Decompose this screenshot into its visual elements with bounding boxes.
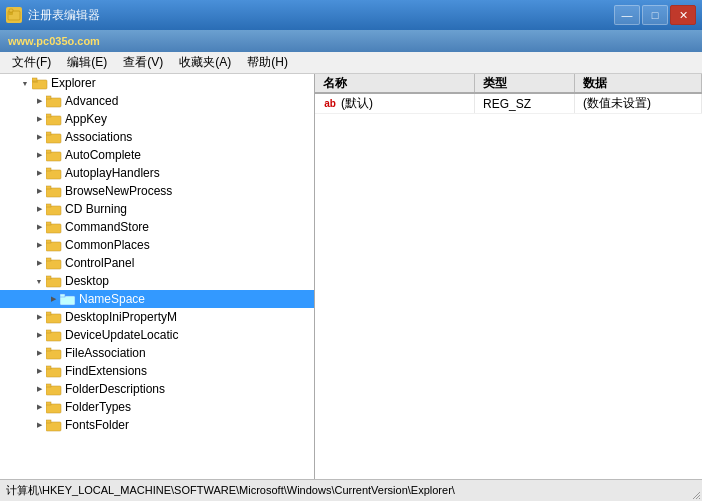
tree-item-associations[interactable]: Associations <box>0 128 314 146</box>
tree-label-autoplayhandlers: AutoplayHandlers <box>65 166 160 180</box>
svg-rect-24 <box>46 260 61 269</box>
tree-item-deviceupdatelocatic[interactable]: DeviceUpdateLocatic <box>0 326 314 344</box>
tree-pane: Explorer Advanced AppKey <box>0 74 315 479</box>
folder-icon-foldertypes <box>46 401 62 414</box>
svg-rect-16 <box>46 188 61 197</box>
detail-row[interactable]: ab (默认) REG_SZ (数值未设置) <box>315 94 702 114</box>
col-header-name: 名称 <box>315 74 475 92</box>
maximize-button[interactable]: □ <box>642 5 668 25</box>
expand-findextensions[interactable] <box>32 364 46 378</box>
expand-desktopinipropertym[interactable] <box>32 310 46 324</box>
expand-autocomplete[interactable] <box>32 148 46 162</box>
menu-bar: 文件(F) 编辑(E) 查看(V) 收藏夹(A) 帮助(H) <box>0 52 702 74</box>
expand-fontsfolder[interactable] <box>32 418 46 432</box>
folder-icon-appkey <box>46 113 62 126</box>
folder-icon-folderdescriptions <box>46 383 62 396</box>
tree-label-desktop: Desktop <box>65 274 109 288</box>
tree-item-folderdescriptions[interactable]: FolderDescriptions <box>0 380 314 398</box>
svg-rect-25 <box>46 258 51 261</box>
tree-item-appkey[interactable]: AppKey <box>0 110 314 128</box>
svg-rect-28 <box>60 296 75 305</box>
expand-desktop[interactable] <box>32 274 46 288</box>
detail-header: 名称 类型 数据 <box>315 74 702 94</box>
menu-help[interactable]: 帮助(H) <box>239 52 296 73</box>
cell-data: (数值未设置) <box>575 94 702 113</box>
svg-rect-38 <box>46 386 61 395</box>
tree-item-fileassociation[interactable]: FileAssociation <box>0 344 314 362</box>
close-button[interactable]: ✕ <box>670 5 696 25</box>
folder-icon-cdburning <box>46 203 62 216</box>
cell-name: ab (默认) <box>315 94 475 113</box>
expand-associations[interactable] <box>32 130 46 144</box>
tree-item-explorer[interactable]: Explorer <box>0 74 314 92</box>
svg-rect-41 <box>46 402 51 405</box>
svg-rect-42 <box>46 422 61 431</box>
minimize-button[interactable]: — <box>614 5 640 25</box>
expand-explorer[interactable] <box>18 76 32 90</box>
svg-rect-11 <box>46 132 51 135</box>
tree-item-commandstore[interactable]: CommandStore <box>0 218 314 236</box>
tree-item-fontsfolder[interactable]: FontsFolder <box>0 416 314 434</box>
tree-item-controlpanel[interactable]: ControlPanel <box>0 254 314 272</box>
tree-item-findextensions[interactable]: FindExtensions <box>0 362 314 380</box>
expand-controlpanel[interactable] <box>32 256 46 270</box>
tree-label-browsenewprocess: BrowseNewProcess <box>65 184 172 198</box>
tree-scroll[interactable]: Explorer Advanced AppKey <box>0 74 314 479</box>
tree-item-commonplaces[interactable]: CommonPlaces <box>0 236 314 254</box>
tree-item-autocomplete[interactable]: AutoComplete <box>0 146 314 164</box>
menu-file[interactable]: 文件(F) <box>4 52 59 73</box>
menu-favorites[interactable]: 收藏夹(A) <box>171 52 239 73</box>
expand-foldertypes[interactable] <box>32 400 46 414</box>
tree-label-namespace: NameSpace <box>79 292 145 306</box>
svg-rect-5 <box>32 78 37 81</box>
expand-commandstore[interactable] <box>32 220 46 234</box>
tree-item-namespace[interactable]: NameSpace <box>0 290 314 308</box>
folder-icon-commandstore <box>46 221 62 234</box>
folder-icon-commonplaces <box>46 239 62 252</box>
expand-appkey[interactable] <box>32 112 46 126</box>
tree-item-autoplayhandlers[interactable]: AutoplayHandlers <box>0 164 314 182</box>
folder-icon-controlpanel <box>46 257 62 270</box>
watermark-text: www.pc035o.com <box>8 35 100 47</box>
expand-cdburning[interactable] <box>32 202 46 216</box>
svg-rect-33 <box>46 330 51 333</box>
tree-item-foldertypes[interactable]: FolderTypes <box>0 398 314 416</box>
tree-label-explorer: Explorer <box>51 76 96 90</box>
expand-advanced[interactable] <box>32 94 46 108</box>
folder-icon-browsenewprocess <box>46 185 62 198</box>
tree-item-cdburning[interactable]: CD Burning <box>0 200 314 218</box>
svg-rect-13 <box>46 150 51 153</box>
expand-folderdescriptions[interactable] <box>32 382 46 396</box>
expand-namespace[interactable] <box>46 292 60 306</box>
tree-item-desktopinipropertym[interactable]: DesktopIniPropertyM <box>0 308 314 326</box>
window-title: 注册表编辑器 <box>28 7 100 24</box>
detail-body: ab (默认) REG_SZ (数值未设置) <box>315 94 702 479</box>
resize-grip[interactable] <box>686 485 702 501</box>
expand-fileassociation[interactable] <box>32 346 46 360</box>
tree-item-advanced[interactable]: Advanced <box>0 92 314 110</box>
menu-view[interactable]: 查看(V) <box>115 52 171 73</box>
svg-rect-15 <box>46 168 51 171</box>
tree-label-folderdescriptions: FolderDescriptions <box>65 382 165 396</box>
tree-label-fileassociation: FileAssociation <box>65 346 146 360</box>
folder-icon-autocomplete <box>46 149 62 162</box>
folder-icon-desktop <box>46 275 62 288</box>
expand-deviceupdatelocatic[interactable] <box>32 328 46 342</box>
app-icon <box>6 7 22 23</box>
folder-icon-deviceupdatelocatic <box>46 329 62 342</box>
expand-commonplaces[interactable] <box>32 238 46 252</box>
tree-item-desktop[interactable]: Desktop <box>0 272 314 290</box>
tree-label-associations: Associations <box>65 130 132 144</box>
folder-icon-fileassociation <box>46 347 62 360</box>
title-bar-left: 注册表编辑器 <box>6 7 100 24</box>
expand-autoplayhandlers[interactable] <box>32 166 46 180</box>
main-content: Explorer Advanced AppKey <box>0 74 702 479</box>
tree-item-browsenewprocess[interactable]: BrowseNewProcess <box>0 182 314 200</box>
expand-browsenewprocess[interactable] <box>32 184 46 198</box>
svg-rect-14 <box>46 170 61 179</box>
tree-label-fontsfolder: FontsFolder <box>65 418 129 432</box>
tree-label-foldertypes: FolderTypes <box>65 400 131 414</box>
menu-edit[interactable]: 编辑(E) <box>59 52 115 73</box>
svg-rect-18 <box>46 206 61 215</box>
col-header-type: 类型 <box>475 74 575 92</box>
